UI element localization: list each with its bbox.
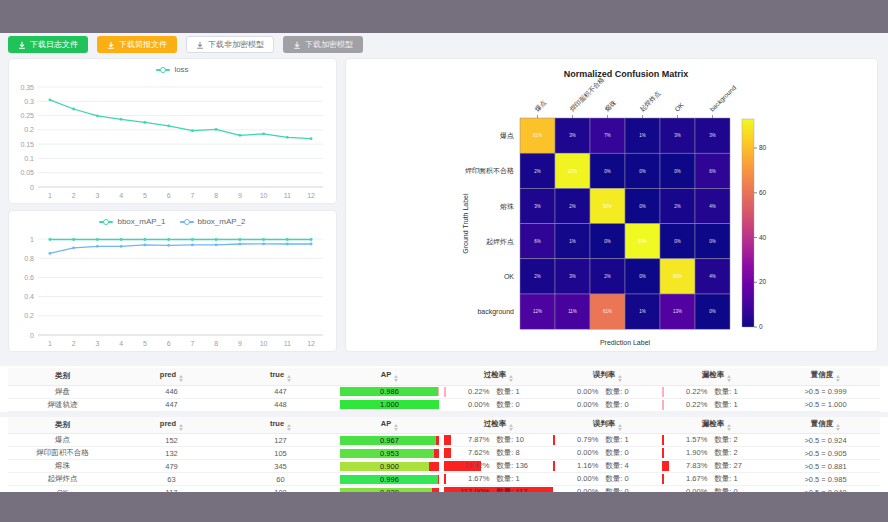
svg-text:1%: 1% [569, 239, 576, 244]
svg-text:13%: 13% [673, 309, 682, 314]
column-header-AP[interactable]: AP [335, 368, 444, 385]
legend-item-loss[interactable]: loss [156, 65, 188, 74]
svg-text:8: 8 [214, 192, 218, 199]
svg-text:2%: 2% [534, 169, 541, 174]
table-row: 起焊炸点63600.9961.67%数量: 10.00%数量: 01.67%数量… [8, 473, 880, 486]
cell-true: 60 [226, 473, 335, 486]
sort-icon[interactable] [618, 424, 622, 431]
cell-confidence: >0.5 = 0.985 [771, 473, 880, 486]
column-header-类别: 类别 [8, 368, 117, 385]
column-header-pred[interactable]: pred [117, 417, 226, 434]
cell-true: 447 [226, 385, 335, 398]
cell-ap: 0.967 [335, 434, 444, 447]
download-icon [107, 41, 115, 49]
sort-icon[interactable] [179, 424, 183, 431]
svg-text:0%: 0% [639, 169, 646, 174]
sort-icon[interactable] [287, 375, 291, 382]
cell-pred: 132 [117, 447, 226, 460]
svg-text:2%: 2% [569, 204, 576, 209]
svg-text:1%: 1% [639, 309, 646, 314]
legend-item-bbox_mAP_2[interactable]: bbox_mAP_2 [180, 217, 246, 226]
sort-icon[interactable] [287, 424, 291, 431]
svg-text:6: 6 [167, 192, 171, 199]
cell-pred: 63 [117, 473, 226, 486]
column-header-true[interactable]: true [226, 368, 335, 385]
cell-misjudge-rate: 1.16%数量: 4 [553, 460, 662, 473]
sort-icon[interactable] [179, 375, 183, 382]
cell-miss-rate: 1.67%数量: 1 [662, 473, 771, 486]
svg-text:10: 10 [260, 340, 268, 347]
svg-text:1: 1 [48, 192, 52, 199]
cell-miss-rate: 0.22%数量: 1 [662, 398, 771, 411]
cell-ap: 1.000 [335, 398, 444, 411]
column-header-置信度[interactable]: 置信度 [771, 417, 880, 434]
cell-overdetect-rate: 0.00%数量: 0 [444, 398, 553, 411]
sort-icon[interactable] [509, 424, 513, 431]
sort-icon[interactable] [836, 375, 840, 382]
legend-item-bbox_mAP_1[interactable]: bbox_mAP_1 [99, 217, 165, 226]
svg-text:11: 11 [284, 192, 291, 199]
matrix-title: Normalized Confusion Matrix [564, 69, 689, 79]
cell-pred: 446 [117, 385, 226, 398]
svg-text:0%: 0% [604, 239, 611, 244]
cell-misjudge-rate: 0.00%数量: 0 [553, 447, 662, 460]
cell-overdetect-rate: 0.22%数量: 1 [444, 385, 553, 398]
svg-text:5: 5 [143, 340, 147, 347]
svg-text:12%: 12% [533, 309, 542, 314]
sort-icon[interactable] [509, 375, 513, 382]
cell-miss-rate: 1.90%数量: 2 [662, 447, 771, 460]
cell-pred: 479 [117, 460, 226, 473]
matrix-row-label: 爆点 [500, 132, 514, 140]
svg-text:2%: 2% [534, 274, 541, 279]
defect-metrics-table: 类别predtrueAP过检率误判率漏检率置信度爆点1521270.9677.8… [0, 417, 888, 500]
cell-true: 448 [226, 398, 335, 411]
download-log-button[interactable]: 下载日志文件 [8, 36, 88, 53]
ap-bar: 0.953 [340, 449, 439, 458]
svg-text:0.1: 0.1 [24, 155, 34, 162]
svg-text:7%: 7% [604, 133, 611, 138]
download-encrypted-model-button[interactable]: 下载加密模型 [283, 36, 363, 53]
svg-text:0.8: 0.8 [24, 255, 34, 262]
matrix-col-label: 焊印面积不合格 [568, 75, 606, 113]
sort-icon[interactable] [394, 424, 398, 431]
bbox-map-chart-plot: 00.20.40.60.81123456789101112 [10, 233, 337, 351]
legend-marker [156, 66, 170, 74]
svg-text:0%: 0% [709, 309, 716, 314]
column-header-pred[interactable]: pred [117, 368, 226, 385]
column-header-true[interactable]: true [226, 417, 335, 434]
sort-icon[interactable] [727, 424, 731, 431]
column-header-AP[interactable]: AP [335, 417, 444, 434]
column-header-置信度[interactable]: 置信度 [771, 368, 880, 385]
cell-pred: 152 [117, 434, 226, 447]
svg-text:7: 7 [190, 340, 194, 347]
svg-text:0.05: 0.05 [20, 169, 34, 176]
matrix-col-label: OK [673, 101, 685, 113]
cell-miss-rate: 1.57%数量: 2 [662, 434, 771, 447]
table-header-row: 类别predtrueAP过检率误判率漏检率置信度 [8, 417, 880, 434]
column-header-漏检率[interactable]: 漏检率 [662, 368, 771, 385]
column-header-类别: 类别 [8, 417, 117, 434]
column-header-误判率[interactable]: 误判率 [553, 417, 662, 434]
svg-text:10: 10 [260, 192, 268, 199]
cell-ap: 0.986 [335, 385, 444, 398]
cell-ap: 0.900 [335, 460, 444, 473]
column-header-漏检率[interactable]: 漏检率 [662, 417, 771, 434]
sort-icon[interactable] [836, 424, 840, 431]
svg-text:11: 11 [284, 340, 291, 347]
sort-icon[interactable] [618, 375, 622, 382]
download-report-button[interactable]: 下载简报文件 [97, 36, 177, 53]
column-header-误判率[interactable]: 误判率 [553, 368, 662, 385]
dashboard-content: 下载日志文件 下载简报文件 下载非加密模型 下载加密模型 loss00.050.… [0, 33, 888, 492]
svg-text:0.2: 0.2 [24, 312, 34, 319]
svg-text:92%: 92% [568, 169, 577, 174]
column-header-过检率[interactable]: 过检率 [444, 368, 553, 385]
sort-icon[interactable] [394, 375, 398, 382]
legend-marker [99, 218, 113, 226]
download-plain-model-button[interactable]: 下载非加密模型 [186, 36, 274, 53]
cell-overdetect-rate: 7.87%数量: 10 [444, 434, 553, 447]
column-header-过检率[interactable]: 过检率 [444, 417, 553, 434]
legend-label: loss [174, 65, 188, 74]
svg-text:3%: 3% [709, 133, 716, 138]
svg-text:8: 8 [214, 340, 218, 347]
sort-icon[interactable] [727, 375, 731, 382]
